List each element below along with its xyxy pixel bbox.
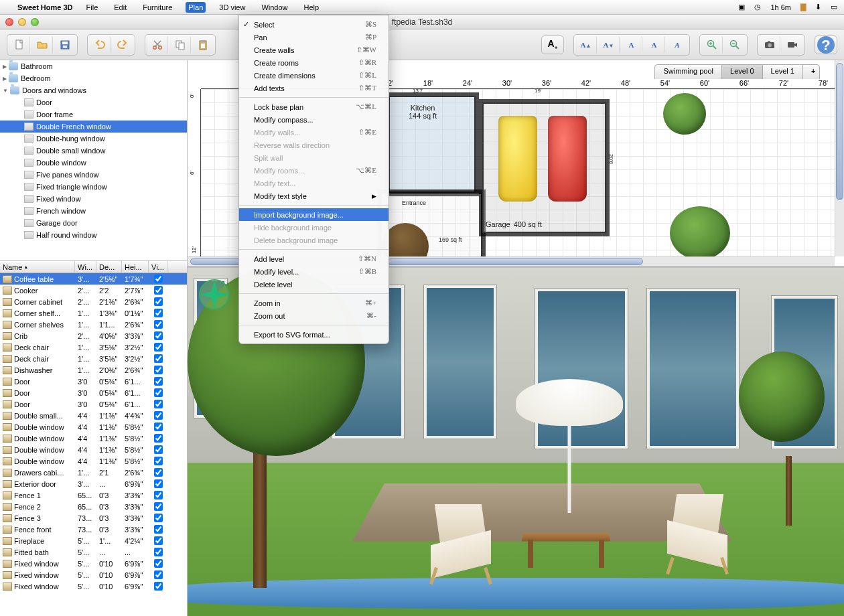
level-tab[interactable]: Level 0: [721, 64, 762, 79]
furniture-row[interactable]: Fence front73...0'33'3⅜": [0, 524, 187, 535]
help-button[interactable]: ?: [815, 35, 837, 54]
furniture-row[interactable]: Exterior door3'......6'9⅞": [0, 478, 187, 489]
new-button[interactable]: [9, 36, 30, 54]
visibility-checkbox[interactable]: [154, 331, 163, 340]
catalog-item[interactable]: Double-hung window: [0, 133, 187, 145]
furniture-row[interactable]: Coffee table3'...2'5⅝"1'7¾": [0, 273, 187, 285]
text-decrease-button[interactable]: A▼: [598, 36, 620, 54]
display-icon[interactable]: ▭: [831, 3, 837, 11]
visibility-checkbox[interactable]: [154, 422, 163, 431]
car-yellow[interactable]: [498, 116, 537, 202]
plan-menu-item[interactable]: Pan⌘P: [239, 31, 389, 44]
visibility-checkbox[interactable]: [154, 388, 163, 397]
col-height[interactable]: Hei...: [122, 261, 149, 273]
visibility-checkbox[interactable]: [154, 377, 163, 386]
furniture-row[interactable]: Dishwasher1'...2'0⅜"2'6¾": [0, 364, 187, 376]
furniture-row[interactable]: Double small...4'41'1⅜"4'4¾": [0, 410, 187, 421]
visibility-checkbox[interactable]: [154, 491, 163, 499]
visibility-checkbox[interactable]: [154, 525, 163, 534]
plan-menu-item[interactable]: Delete level: [239, 278, 389, 291]
furniture-row[interactable]: Corner shelf...1'...1'3¾"0'1⅛": [0, 307, 187, 319]
menu-furniture[interactable]: Furniture: [140, 2, 175, 13]
visibility-checkbox[interactable]: [154, 354, 163, 363]
plan-menu-item[interactable]: ✓Select⌘S: [239, 18, 389, 31]
terminal-icon[interactable]: ▣: [738, 3, 745, 11]
visibility-checkbox[interactable]: [154, 366, 163, 374]
col-visible[interactable]: Vi...: [149, 261, 167, 273]
furniture-row[interactable]: Door3'00'5¾"6'1...: [0, 387, 187, 398]
catalog-item[interactable]: French window: [0, 205, 187, 217]
open-button[interactable]: [31, 36, 53, 54]
furniture-row[interactable]: Double window4'41'1⅜"5'8½": [0, 444, 187, 455]
catalog-item[interactable]: Double window: [0, 157, 187, 169]
plan-menu-item[interactable]: Create walls⇧⌘W: [239, 44, 389, 56]
furniture-row[interactable]: Corner shelves1'...1'1...2'6¾": [0, 319, 187, 330]
visibility-checkbox[interactable]: [154, 548, 163, 556]
furniture-row[interactable]: Crib2'...4'0⅝"3'3⅞": [0, 330, 187, 341]
visibility-checkbox[interactable]: [154, 445, 163, 454]
compass-3d[interactable]: [196, 276, 233, 313]
catalog-item[interactable]: Door: [0, 96, 187, 108]
col-width[interactable]: Wi...: [75, 261, 96, 273]
catalog-tree[interactable]: BathroomBedroomDoors and windowsDoorDoor…: [0, 60, 187, 261]
furniture-header[interactable]: Name ▲ Wi... De... Hei... Vi...: [0, 261, 187, 273]
furniture-row[interactable]: Corner cabinet2'...2'1⅜"2'6¾": [0, 296, 187, 307]
add-text-button[interactable]: A+: [541, 35, 564, 54]
cut-button[interactable]: [147, 36, 168, 54]
visibility-checkbox[interactable]: [154, 536, 163, 545]
visibility-checkbox[interactable]: [154, 297, 163, 306]
visibility-checkbox[interactable]: [154, 309, 163, 317]
tree-2d[interactable]: [670, 206, 730, 260]
text-color-button[interactable]: A: [621, 36, 642, 54]
col-depth[interactable]: De...: [96, 261, 122, 273]
plan-menu-item[interactable]: Create dimensions⇧⌘L: [239, 69, 389, 82]
plan-menu-item[interactable]: Export to SVG format...: [239, 328, 389, 341]
furniture-row[interactable]: Double window4'41'1⅜"5'8½": [0, 433, 187, 444]
plan-menu-item[interactable]: Zoom in⌘+: [239, 297, 389, 309]
undo-button[interactable]: [89, 36, 111, 54]
catalog-item[interactable]: Door frame: [0, 108, 187, 121]
menu-plan[interactable]: Plan: [186, 2, 206, 13]
visibility-checkbox[interactable]: [154, 457, 163, 465]
level-tab[interactable]: Swimming pool: [654, 64, 722, 79]
plan-menu-item[interactable]: Add level⇧⌘N: [239, 252, 389, 265]
download-icon[interactable]: ⬇: [815, 3, 821, 11]
visibility-checkbox[interactable]: [154, 582, 163, 591]
catalog-item[interactable]: Five panes window: [0, 169, 187, 181]
visibility-checkbox[interactable]: [154, 275, 163, 283]
copy-button[interactable]: [169, 36, 191, 54]
catalog-item[interactable]: Half round window: [0, 229, 187, 241]
catalog-folder[interactable]: Bathroom: [0, 60, 187, 72]
plan-menu-item[interactable]: Create rooms⇧⌘R: [239, 56, 389, 69]
furniture-table[interactable]: Name ▲ Wi... De... Hei... Vi... Coffee t…: [0, 261, 187, 616]
folder-status-icon[interactable]: ▇: [800, 3, 806, 11]
catalog-item[interactable]: Double French window: [0, 121, 187, 133]
menu-edit[interactable]: Edit: [111, 2, 129, 13]
visibility-checkbox[interactable]: [154, 411, 163, 420]
text-bold-button[interactable]: A: [644, 36, 665, 54]
furniture-row[interactable]: Fixed window5'...0'106'9⅞": [0, 569, 187, 581]
zoom-in-button[interactable]: [701, 36, 723, 54]
furniture-row[interactable]: Cooker2'...2'22'7⅞": [0, 285, 187, 296]
plan-menu-item[interactable]: Zoom out⌘-: [239, 309, 389, 322]
menu-file[interactable]: File: [84, 2, 101, 13]
furniture-row[interactable]: Fence 265...0'33'3⅜": [0, 501, 187, 512]
furniture-row[interactable]: Fence 373...0'33'3⅜": [0, 512, 187, 524]
visibility-checkbox[interactable]: [154, 343, 163, 352]
furniture-row[interactable]: Door3'00'5¾"6'1...: [0, 398, 187, 410]
redo-button[interactable]: [112, 36, 133, 54]
plan-menu-item[interactable]: Modify compass...: [239, 113, 389, 126]
furniture-row[interactable]: Fixed window5'...0'106'9⅞": [0, 558, 187, 569]
photo-button[interactable]: [759, 36, 780, 54]
clock-icon[interactable]: ◷: [754, 3, 761, 11]
visibility-checkbox[interactable]: [154, 468, 163, 477]
video-button[interactable]: [782, 36, 803, 54]
furniture-row[interactable]: Double window4'41'1⅜"5'8½": [0, 455, 187, 467]
visibility-checkbox[interactable]: [154, 320, 163, 329]
visibility-checkbox[interactable]: [154, 570, 163, 579]
tree-2d[interactable]: [663, 93, 706, 135]
menu-window[interactable]: Window: [259, 2, 290, 13]
visibility-checkbox[interactable]: [154, 502, 163, 511]
furniture-row[interactable]: Fixed window5'...0'106'9⅞": [0, 581, 187, 592]
catalog-item[interactable]: Double small window: [0, 145, 187, 157]
